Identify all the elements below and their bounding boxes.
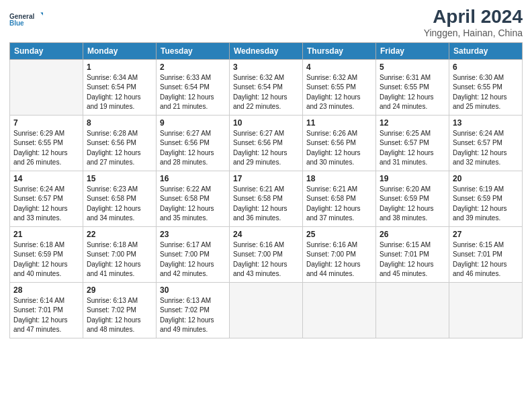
day-number: 22: [87, 230, 152, 239]
day-info: Sunrise: 6:22 AM Sunset: 6:58 PM Dayligh…: [160, 185, 226, 224]
day-number: 20: [453, 174, 519, 183]
table-row: 18Sunrise: 6:21 AM Sunset: 6:58 PM Dayli…: [303, 171, 376, 226]
day-info: Sunrise: 6:13 AM Sunset: 7:02 PM Dayligh…: [87, 296, 152, 335]
day-number: 6: [453, 62, 519, 72]
table-row: 24Sunrise: 6:16 AM Sunset: 7:00 PM Dayli…: [230, 226, 303, 282]
table-row: [10, 59, 83, 115]
svg-text:Blue: Blue: [9, 19, 24, 27]
day-info: Sunrise: 6:24 AM Sunset: 6:57 PM Dayligh…: [453, 129, 519, 168]
page: General Blue April 2024 Yinggen, Hainan,…: [0, 0, 532, 411]
day-number: 30: [160, 285, 226, 295]
day-info: Sunrise: 6:25 AM Sunset: 6:57 PM Dayligh…: [380, 129, 445, 168]
table-row: 2Sunrise: 6:33 AM Sunset: 6:54 PM Daylig…: [157, 59, 230, 115]
day-number: 19: [380, 174, 445, 183]
table-row: 4Sunrise: 6:32 AM Sunset: 6:55 PM Daylig…: [303, 59, 376, 115]
day-number: 10: [233, 118, 299, 128]
day-number: 16: [160, 174, 226, 183]
day-number: 28: [13, 285, 79, 295]
table-row: 15Sunrise: 6:23 AM Sunset: 6:58 PM Dayli…: [83, 171, 157, 226]
day-info: Sunrise: 6:27 AM Sunset: 6:56 PM Dayligh…: [160, 129, 226, 168]
table-row: [230, 282, 303, 338]
svg-text:General: General: [9, 13, 34, 20]
table-row: 5Sunrise: 6:31 AM Sunset: 6:55 PM Daylig…: [376, 59, 449, 115]
day-info: Sunrise: 6:34 AM Sunset: 6:54 PM Dayligh…: [87, 73, 152, 112]
table-row: 1Sunrise: 6:34 AM Sunset: 6:54 PM Daylig…: [83, 59, 157, 115]
day-number: 11: [306, 118, 372, 128]
table-row: 12Sunrise: 6:25 AM Sunset: 6:57 PM Dayli…: [376, 115, 449, 171]
day-number: 27: [453, 230, 519, 239]
day-info: Sunrise: 6:21 AM Sunset: 6:58 PM Dayligh…: [306, 185, 372, 224]
day-info: Sunrise: 6:21 AM Sunset: 6:58 PM Dayligh…: [233, 185, 299, 224]
day-number: 13: [453, 118, 519, 128]
table-row: 26Sunrise: 6:15 AM Sunset: 7:01 PM Dayli…: [376, 226, 449, 282]
header-row: Sunday Monday Tuesday Wednesday Thursday…: [10, 42, 523, 59]
table-row: 14Sunrise: 6:24 AM Sunset: 6:57 PM Dayli…: [10, 171, 83, 226]
col-saturday: Saturday: [449, 42, 523, 59]
day-number: 12: [380, 118, 445, 128]
day-number: 24: [233, 230, 299, 239]
table-row: 8Sunrise: 6:28 AM Sunset: 6:56 PM Daylig…: [83, 115, 157, 171]
table-row: 7Sunrise: 6:29 AM Sunset: 6:55 PM Daylig…: [10, 115, 83, 171]
day-number: 26: [380, 230, 445, 239]
day-number: 5: [380, 62, 445, 72]
table-row: 22Sunrise: 6:18 AM Sunset: 7:00 PM Dayli…: [83, 226, 157, 282]
col-friday: Friday: [376, 42, 449, 59]
logo-svg: General Blue: [9, 7, 43, 32]
day-info: Sunrise: 6:13 AM Sunset: 7:02 PM Dayligh…: [160, 296, 226, 335]
day-number: 9: [160, 118, 226, 128]
day-number: 18: [306, 174, 372, 183]
day-info: Sunrise: 6:30 AM Sunset: 6:55 PM Dayligh…: [453, 73, 519, 112]
table-row: [303, 282, 376, 338]
title-block: April 2024 Yinggen, Hainan, China: [424, 7, 523, 38]
day-info: Sunrise: 6:28 AM Sunset: 6:56 PM Dayligh…: [87, 129, 152, 168]
day-number: 3: [233, 62, 299, 72]
table-row: 27Sunrise: 6:15 AM Sunset: 7:01 PM Dayli…: [449, 226, 523, 282]
day-info: Sunrise: 6:20 AM Sunset: 6:59 PM Dayligh…: [380, 185, 445, 224]
day-info: Sunrise: 6:29 AM Sunset: 6:55 PM Dayligh…: [13, 129, 79, 168]
table-row: 19Sunrise: 6:20 AM Sunset: 6:59 PM Dayli…: [376, 171, 449, 226]
day-number: 23: [160, 230, 226, 239]
table-row: 21Sunrise: 6:18 AM Sunset: 6:59 PM Dayli…: [10, 226, 83, 282]
day-info: Sunrise: 6:23 AM Sunset: 6:58 PM Dayligh…: [87, 185, 152, 224]
day-info: Sunrise: 6:17 AM Sunset: 7:00 PM Dayligh…: [160, 240, 226, 279]
table-row: 6Sunrise: 6:30 AM Sunset: 6:55 PM Daylig…: [449, 59, 523, 115]
main-title: April 2024: [424, 7, 523, 28]
day-info: Sunrise: 6:27 AM Sunset: 6:56 PM Dayligh…: [233, 129, 299, 168]
day-number: 4: [306, 62, 372, 72]
day-info: Sunrise: 6:18 AM Sunset: 6:59 PM Dayligh…: [13, 240, 79, 279]
day-info: Sunrise: 6:15 AM Sunset: 7:01 PM Dayligh…: [380, 240, 445, 279]
table-row: 20Sunrise: 6:19 AM Sunset: 6:59 PM Dayli…: [449, 171, 523, 226]
day-number: 14: [13, 174, 79, 183]
day-number: 15: [87, 174, 152, 183]
day-number: 1: [87, 62, 152, 72]
calendar-table: Sunday Monday Tuesday Wednesday Thursday…: [9, 42, 523, 338]
table-row: 30Sunrise: 6:13 AM Sunset: 7:02 PM Dayli…: [157, 282, 230, 338]
table-row: 10Sunrise: 6:27 AM Sunset: 6:56 PM Dayli…: [230, 115, 303, 171]
day-info: Sunrise: 6:19 AM Sunset: 6:59 PM Dayligh…: [453, 185, 519, 224]
day-number: 29: [87, 285, 152, 295]
day-info: Sunrise: 6:24 AM Sunset: 6:57 PM Dayligh…: [13, 185, 79, 224]
day-info: Sunrise: 6:31 AM Sunset: 6:55 PM Dayligh…: [380, 73, 445, 112]
day-info: Sunrise: 6:32 AM Sunset: 6:55 PM Dayligh…: [306, 73, 372, 112]
table-row: [376, 282, 449, 338]
table-row: [449, 282, 523, 338]
day-info: Sunrise: 6:16 AM Sunset: 7:00 PM Dayligh…: [306, 240, 372, 279]
day-info: Sunrise: 6:16 AM Sunset: 7:00 PM Dayligh…: [233, 240, 299, 279]
table-row: 23Sunrise: 6:17 AM Sunset: 7:00 PM Dayli…: [157, 226, 230, 282]
day-number: 8: [87, 118, 152, 128]
table-row: 17Sunrise: 6:21 AM Sunset: 6:58 PM Dayli…: [230, 171, 303, 226]
day-info: Sunrise: 6:18 AM Sunset: 7:00 PM Dayligh…: [87, 240, 152, 279]
col-monday: Monday: [83, 42, 157, 59]
table-row: 28Sunrise: 6:14 AM Sunset: 7:01 PM Dayli…: [10, 282, 83, 338]
col-sunday: Sunday: [10, 42, 83, 59]
table-row: 25Sunrise: 6:16 AM Sunset: 7:00 PM Dayli…: [303, 226, 376, 282]
day-number: 2: [160, 62, 226, 72]
subtitle: Yinggen, Hainan, China: [424, 28, 523, 38]
day-info: Sunrise: 6:33 AM Sunset: 6:54 PM Dayligh…: [160, 73, 226, 112]
day-info: Sunrise: 6:15 AM Sunset: 7:01 PM Dayligh…: [453, 240, 519, 279]
day-number: 25: [306, 230, 372, 239]
header: General Blue April 2024 Yinggen, Hainan,…: [9, 7, 523, 38]
day-number: 17: [233, 174, 299, 183]
col-thursday: Thursday: [303, 42, 376, 59]
table-row: 29Sunrise: 6:13 AM Sunset: 7:02 PM Dayli…: [83, 282, 157, 338]
